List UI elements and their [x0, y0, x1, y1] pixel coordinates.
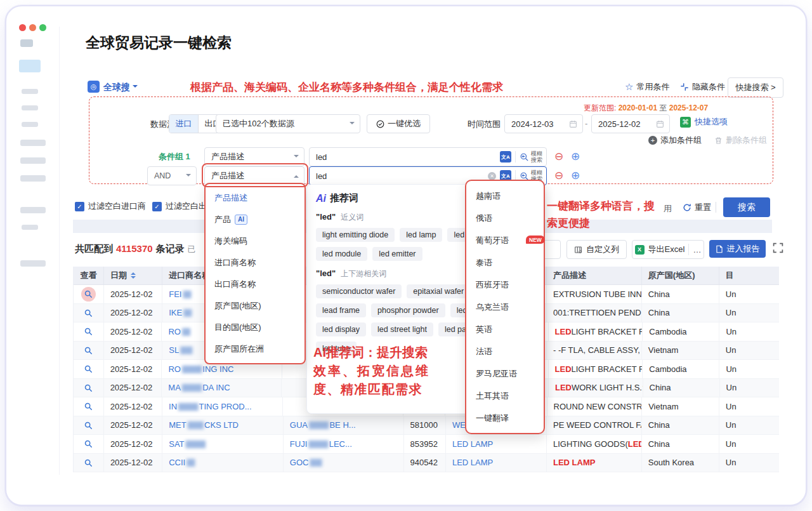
view-record-button[interactable]: [74, 285, 104, 303]
remove-condition-button[interactable]: ⊖: [554, 170, 563, 181]
exporter-link[interactable]: BE H...: [329, 420, 355, 430]
quick-search-button[interactable]: 快捷搜索 >: [728, 77, 783, 98]
importer-link[interactable]: CCII: [169, 458, 185, 467]
suggested-term-tag[interactable]: epitaxial wafer: [407, 284, 470, 298]
sidebar-item[interactable]: [20, 140, 46, 146]
importer-link[interactable]: IKE: [169, 308, 182, 317]
language-menu-item[interactable]: 一键翻译: [466, 407, 544, 429]
importer-link[interactable]: IN: [169, 402, 177, 411]
exporter-link[interactable]: FUJI: [290, 439, 307, 449]
add-condition-button[interactable]: ⊕: [571, 170, 580, 181]
importer-link[interactable]: MA: [168, 383, 181, 392]
importer-link[interactable]: FEI: [169, 289, 181, 299]
view-record-button[interactable]: [74, 435, 104, 453]
date-to-input[interactable]: 2025-12-02: [591, 114, 670, 133]
view-record-button[interactable]: [74, 416, 104, 435]
importer-link[interactable]: TING PROD...: [199, 402, 251, 411]
reset-button[interactable]: 重置: [683, 202, 711, 213]
language-menu-item[interactable]: 法语: [466, 340, 544, 362]
view-record-button[interactable]: [74, 379, 104, 397]
language-menu-item[interactable]: 土耳其语: [466, 385, 544, 407]
view-record-button[interactable]: [74, 342, 104, 360]
language-menu-item[interactable]: 英语: [466, 318, 544, 340]
suggested-term-tag[interactable]: led emitter: [372, 247, 422, 261]
search-value-input-row1[interactable]: led 文A 模糊搜索: [309, 147, 547, 166]
one-click-optimize-button[interactable]: 一键优选: [367, 114, 430, 133]
sidebar-item[interactable]: [20, 157, 46, 164]
fuzzy-search-toggle[interactable]: 模糊搜索: [516, 150, 546, 164]
importer-link[interactable]: RO: [168, 327, 181, 336]
language-menu-item[interactable]: 俄语: [466, 207, 544, 229]
delete-condition-group-button[interactable]: 删除条件组: [714, 135, 767, 146]
sidebar-item[interactable]: [20, 207, 46, 213]
remove-condition-button[interactable]: ⊖: [554, 151, 563, 162]
exporter-link[interactable]: LEC...: [329, 439, 352, 449]
language-menu-item[interactable]: 乌克兰语: [466, 296, 544, 318]
boolean-operator-select[interactable]: AND: [147, 166, 197, 185]
suggested-term-tag[interactable]: light emitting diode: [316, 228, 395, 242]
suggested-term-tag[interactable]: led street light: [371, 322, 433, 336]
keyword-link[interactable]: LED LAMP: [452, 439, 493, 449]
field-menu-item[interactable]: 进口商名称: [206, 252, 304, 274]
sidebar-item[interactable]: [22, 105, 38, 110]
language-menu-item[interactable]: 越南语: [466, 185, 544, 207]
suggested-term-tag[interactable]: lead frame: [316, 303, 366, 317]
filter-blank-importer-checkbox[interactable]: ✓ 过滤空白进口商: [75, 201, 146, 212]
import-tab[interactable]: 进口: [169, 115, 198, 133]
more-actions-button[interactable]: …: [693, 245, 701, 255]
datasource-select[interactable]: 已选中102个数据源: [216, 114, 360, 133]
language-menu-item[interactable]: 西班牙语: [466, 274, 544, 296]
sidebar-item-active[interactable]: [19, 60, 41, 72]
translate-icon[interactable]: 文A: [500, 151, 511, 163]
view-record-button[interactable]: [74, 397, 104, 416]
field-menu-item[interactable]: 产品AI: [206, 209, 304, 230]
language-menu-item[interactable]: 罗马尼亚语: [466, 362, 544, 385]
view-record-button[interactable]: [74, 360, 104, 378]
suggested-term-tag[interactable]: led module: [316, 247, 367, 261]
favorite-conditions-button[interactable]: ☆ 常用条件: [625, 81, 669, 93]
search-button[interactable]: 搜索: [723, 197, 770, 217]
field-menu-item[interactable]: 产品描述: [206, 187, 304, 209]
importer-link[interactable]: SAT: [169, 439, 184, 449]
date-from-input[interactable]: 2024-12-03: [504, 114, 583, 133]
hide-conditions-button[interactable]: 隐藏条件: [680, 81, 725, 93]
exporter-link[interactable]: GUA: [290, 420, 308, 430]
scope-selector[interactable]: 全球搜: [103, 82, 138, 93]
keyword-link[interactable]: LED LAMP: [452, 458, 493, 467]
clear-input-icon[interactable]: ✕: [488, 172, 496, 180]
importer-link[interactable]: MET: [169, 420, 186, 430]
sidebar-item[interactable]: [20, 39, 33, 47]
field-select-row1[interactable]: 产品描述: [204, 147, 304, 166]
window-minimize-dot[interactable]: [29, 24, 36, 31]
col-date[interactable]: 日期: [104, 267, 162, 284]
field-menu-item[interactable]: 出口商名称: [206, 274, 304, 295]
exporter-link[interactable]: GOC: [290, 458, 309, 467]
field-menu-item[interactable]: 海关编码: [206, 230, 304, 252]
window-close-dot[interactable]: [19, 24, 26, 31]
field-menu-item[interactable]: 原产国(地区): [206, 295, 304, 317]
sidebar-item[interactable]: [20, 260, 46, 267]
add-condition-group-button[interactable]: + 添加条件组: [648, 135, 702, 146]
language-menu-item[interactable]: 泰语: [466, 251, 544, 274]
importer-link[interactable]: SL: [169, 345, 179, 355]
sort-icon[interactable]: [131, 272, 136, 279]
suggested-term-tag[interactable]: semiconductor wafer: [316, 284, 402, 298]
field-menu-item[interactable]: 原产国所在洲: [206, 338, 304, 360]
suggested-term-tag[interactable]: led lamp: [400, 228, 442, 242]
field-menu-item[interactable]: 目的国(地区): [206, 317, 304, 338]
quick-options-button[interactable]: ⌘ 快捷选项: [680, 116, 728, 128]
sidebar-item[interactable]: [20, 175, 46, 182]
view-record-button[interactable]: [74, 304, 104, 322]
export-excel-button[interactable]: X 导出Excel …: [632, 240, 704, 259]
importer-link[interactable]: ING INC: [202, 364, 233, 374]
enter-report-button[interactable]: 进入报告: [709, 240, 766, 258]
customize-columns-button[interactable]: 自定义列: [566, 240, 627, 259]
window-zoom-dot[interactable]: [39, 24, 46, 31]
suggested-term-tag[interactable]: phosphor powder: [371, 303, 445, 317]
view-record-button[interactable]: [74, 454, 104, 472]
suggested-term-tag[interactable]: led display: [316, 322, 366, 336]
view-record-button[interactable]: [74, 322, 104, 341]
importer-link[interactable]: CKS LTD: [204, 420, 239, 430]
sidebar-item[interactable]: [22, 122, 38, 127]
sidebar-item[interactable]: [22, 225, 38, 230]
